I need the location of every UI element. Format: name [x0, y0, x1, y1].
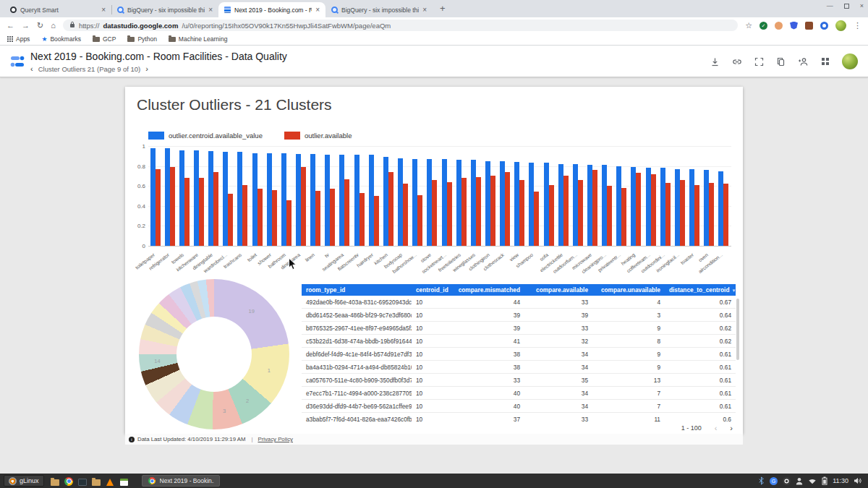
bar-centroid-available-value[interactable]: [150, 148, 156, 246]
bar-available[interactable]: [301, 167, 306, 246]
bar-centroid-available-value[interactable]: [194, 150, 199, 246]
bar-available[interactable]: [549, 185, 554, 246]
table-row[interactable]: a3bab5f7-7f6d-4041-826a-eaa7426c0fb41037…: [302, 413, 736, 421]
download-icon[interactable]: [710, 57, 720, 67]
fullscreen-icon[interactable]: [754, 57, 764, 67]
bookmark-item[interactable]: Apps: [7, 35, 30, 43]
bar-centroid-available-value[interactable]: [485, 161, 490, 246]
browser-tab[interactable]: Next 2019 - Booking.com - R×: [218, 2, 326, 17]
pagination-prev-icon[interactable]: ‹: [715, 424, 718, 432]
prev-page-icon[interactable]: ‹: [30, 64, 33, 73]
bar-centroid-available-value[interactable]: [631, 167, 636, 246]
bar-centroid-available-value[interactable]: [281, 153, 286, 246]
person-icon[interactable]: [796, 477, 803, 485]
bluetooth-icon[interactable]: [758, 476, 765, 485]
bar-available[interactable]: [228, 194, 233, 246]
bar-available[interactable]: [621, 188, 626, 246]
chrome-icon[interactable]: [64, 476, 74, 486]
reload-icon[interactable]: ↻: [37, 22, 43, 30]
table-scrollbar[interactable]: [736, 299, 739, 360]
bar-centroid-available-value[interactable]: [267, 153, 272, 246]
bar-centroid-available-value[interactable]: [427, 159, 432, 246]
bar-centroid-available-value[interactable]: [442, 159, 447, 246]
bar-available[interactable]: [213, 172, 218, 246]
link-icon[interactable]: [732, 57, 742, 67]
back-icon[interactable]: ←: [7, 22, 14, 30]
donut-chart[interactable]: 1912314: [139, 279, 289, 429]
browser-tab[interactable]: BigQuery - six impossible thi×: [326, 2, 433, 17]
bar-centroid-available-value[interactable]: [675, 169, 680, 246]
user-avatar[interactable]: [842, 53, 858, 69]
bar-available[interactable]: [723, 184, 728, 246]
bar-centroid-available-value[interactable]: [544, 163, 549, 246]
bar-centroid-available-value[interactable]: [369, 155, 374, 246]
minimize-button[interactable]: —: [827, 2, 833, 9]
datastudio-logo-icon[interactable]: [9, 53, 26, 73]
bar-centroid-available-value[interactable]: [456, 160, 461, 246]
address-bar[interactable]: https://datastudio.google.com/u/0/report…: [63, 20, 738, 31]
pagination-next-icon[interactable]: ›: [730, 424, 733, 432]
bar-available[interactable]: [651, 174, 656, 246]
table-row[interactable]: dbd61452-5eaa-486b-bf29-9c7e3df680ca1039…: [302, 309, 736, 322]
bar-available[interactable]: [199, 178, 204, 246]
bar-centroid-available-value[interactable]: [718, 171, 723, 247]
bar-centroid-available-value[interactable]: [179, 150, 184, 246]
table-header-cell[interactable]: compare.unavailable: [592, 286, 665, 294]
bar-centroid-available-value[interactable]: [471, 160, 476, 246]
next-page-icon[interactable]: ›: [145, 64, 148, 73]
bar-available[interactable]: [694, 185, 699, 246]
bar-available[interactable]: [359, 193, 365, 246]
bar-available[interactable]: [272, 190, 277, 246]
table-row[interactable]: b8765325-2967-41ee-8f97-e94965da5f261039…: [302, 322, 736, 335]
bar-available[interactable]: [330, 189, 335, 246]
bar-centroid-available-value[interactable]: [704, 170, 709, 246]
bar-centroid-available-value[interactable]: [646, 168, 651, 246]
google-account-icon[interactable]: G: [770, 477, 778, 485]
terminal-icon[interactable]: [78, 476, 88, 486]
table-row[interactable]: e7ecc7b1-711c-4994-a000-238c287705271040…: [302, 387, 736, 400]
bar-available[interactable]: [286, 200, 292, 246]
bar-centroid-available-value[interactable]: [573, 164, 578, 246]
bar-centroid-available-value[interactable]: [602, 165, 607, 246]
bar-available[interactable]: [607, 186, 612, 246]
table-header-cell[interactable]: compare.mismatched: [452, 286, 524, 294]
table-header-cell[interactable]: compare.available: [524, 286, 592, 294]
wifi-icon[interactable]: [808, 477, 817, 484]
bar-centroid-available-value[interactable]: [310, 154, 315, 246]
bar-available[interactable]: [563, 176, 569, 246]
bar-centroid-available-value[interactable]: [660, 168, 665, 246]
bar-available[interactable]: [344, 179, 349, 246]
calendar-icon[interactable]: [119, 476, 129, 486]
bar-centroid-available-value[interactable]: [223, 152, 228, 246]
bar-available[interactable]: [461, 178, 467, 246]
bar-available[interactable]: [170, 167, 175, 246]
files-icon[interactable]: [51, 476, 60, 486]
bar-centroid-available-value[interactable]: [208, 151, 213, 246]
settings-circle-icon[interactable]: [783, 477, 791, 485]
extension-orange-icon[interactable]: [775, 22, 783, 30]
bar-centroid-available-value[interactable]: [383, 157, 388, 246]
bar-centroid-available-value[interactable]: [616, 166, 621, 246]
bar-available[interactable]: [374, 196, 379, 246]
table-header-cell[interactable]: centroid_id: [412, 286, 452, 294]
profile-avatar[interactable]: [835, 20, 846, 31]
bar-centroid-available-value[interactable]: [529, 163, 534, 246]
bookmark-item[interactable]: Python: [127, 35, 156, 43]
copy-icon[interactable]: [776, 57, 786, 67]
bar-centroid-available-value[interactable]: [354, 155, 359, 246]
table-row[interactable]: c53b22d1-6d38-474a-bbdb-19b6f916449d1041…: [302, 335, 736, 348]
bar-centroid-available-value[interactable]: [412, 159, 417, 246]
bookmark-item[interactable]: ★Bookmarks: [41, 35, 81, 43]
bar-available[interactable]: [636, 173, 641, 246]
tab-close-icon[interactable]: ×: [315, 7, 320, 14]
bar-available[interactable]: [403, 184, 408, 246]
privacy-policy-link[interactable]: Privacy Policy: [258, 436, 293, 442]
bar-centroid-available-value[interactable]: [398, 158, 403, 246]
bookmark-item[interactable]: GCP: [93, 35, 116, 43]
bar-centroid-available-value[interactable]: [165, 148, 170, 246]
new-tab-button[interactable]: +: [440, 3, 446, 14]
battery-icon[interactable]: [822, 476, 827, 485]
bar-centroid-available-value[interactable]: [500, 161, 505, 246]
bar-centroid-available-value[interactable]: [325, 155, 330, 246]
close-button[interactable]: ×: [860, 2, 864, 9]
